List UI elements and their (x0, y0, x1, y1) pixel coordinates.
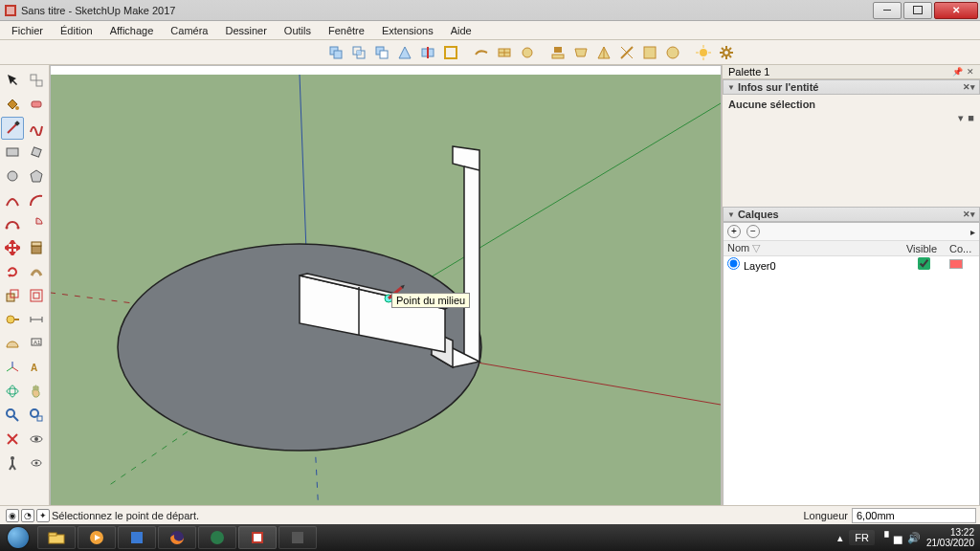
taskbar-mediaplayer[interactable] (78, 526, 116, 549)
toolbar-sandbox-drape-button[interactable] (570, 42, 591, 63)
orbit-tool[interactable] (1, 380, 24, 403)
toolbar-extra-2-button[interactable] (662, 42, 683, 63)
toolbar-solid-trim-button[interactable] (394, 42, 415, 63)
toolbar-settings-button[interactable] (716, 42, 737, 63)
tapemeasure-tool[interactable] (1, 308, 24, 331)
start-button[interactable] (0, 524, 36, 551)
taskbar-app-7[interactable] (278, 526, 317, 549)
status-credits-icon[interactable]: ✦ (36, 509, 50, 522)
sectionplane-tool[interactable] (26, 452, 49, 474)
entity-info-settings-icon[interactable]: ■ (968, 112, 974, 124)
toolbar-solid-split-button[interactable] (417, 42, 438, 63)
toolbar-sandbox-fromscratch-button[interactable] (494, 42, 515, 63)
menu-aide[interactable]: Aide (443, 23, 479, 38)
rotate-tool[interactable] (1, 260, 24, 283)
palette-close-icon[interactable]: ✕ (967, 67, 974, 77)
menu-fichier[interactable]: Fichier (4, 23, 51, 38)
toolbar-extra-1-button[interactable] (639, 42, 660, 63)
menu-edition[interactable]: Édition (53, 23, 100, 38)
zoomextents-tool[interactable] (26, 404, 49, 427)
freehand-tool[interactable] (26, 117, 49, 140)
toolbar-sandbox-stamp-button[interactable] (547, 42, 568, 63)
dimension-tool[interactable] (26, 308, 49, 331)
layers-col-name[interactable]: Nom ▽ (724, 241, 902, 256)
tray-network-icon[interactable]: ▅ (894, 532, 902, 544)
taskbar-app-3[interactable] (118, 526, 156, 549)
zoom-tool[interactable] (1, 404, 24, 427)
menu-camera[interactable]: Caméra (163, 23, 215, 38)
tray-clock[interactable]: 13:22 21/03/2020 (926, 527, 974, 548)
toolbar-sandbox-flipedge-button[interactable] (616, 42, 637, 63)
toolbar-sandbox-smoove-button[interactable] (517, 42, 538, 63)
toolbar-solid-union-button[interactable] (325, 42, 346, 63)
protractor-tool[interactable] (1, 332, 24, 355)
move-tool[interactable] (1, 236, 24, 259)
paint-bucket-tool[interactable] (1, 93, 24, 116)
close-button[interactable] (934, 2, 978, 19)
layers-menu-button[interactable]: ▸ (970, 227, 975, 237)
entity-info-header[interactable]: Infos sur l'entité ✕▾ (723, 79, 980, 95)
followme-tool[interactable] (26, 260, 49, 283)
status-geo-icon[interactable]: ◔ (21, 509, 34, 522)
add-layer-button[interactable]: + (727, 225, 741, 238)
layers-header[interactable]: Calques ✕▾ (723, 207, 980, 222)
menu-affichage[interactable]: Affichage (102, 23, 162, 38)
3dtext-tool[interactable]: A (26, 356, 49, 379)
rotated-rectangle-tool[interactable] (26, 141, 49, 164)
layer-visible-checkbox[interactable] (918, 257, 930, 270)
menu-dessiner[interactable]: Dessiner (217, 23, 274, 38)
pan-tool[interactable] (26, 380, 49, 403)
layer-row[interactable]: Layer0 (724, 256, 979, 274)
offset-tool[interactable] (26, 284, 49, 307)
2point-arc-tool[interactable] (26, 188, 49, 211)
rectangle-tool[interactable] (1, 141, 24, 164)
minimize-button[interactable] (873, 2, 902, 19)
eraser-tool[interactable] (26, 93, 49, 116)
polygon-tool[interactable] (26, 165, 49, 187)
menu-extensions[interactable]: Extensions (374, 23, 441, 38)
toolbar-solid-outershell-button[interactable] (440, 42, 461, 63)
tray-chevron-icon[interactable]: ▴ (837, 532, 843, 544)
axes-tool[interactable] (1, 356, 24, 379)
menu-outils[interactable]: Outils (277, 23, 319, 38)
menu-fenetre[interactable]: Fenêtre (321, 23, 372, 38)
select-tool[interactable] (1, 69, 24, 92)
layer-active-radio[interactable] (727, 257, 740, 270)
toolbar-solid-intersect-button[interactable] (348, 42, 369, 63)
scale-tool[interactable] (1, 284, 24, 307)
taskbar-app-5[interactable] (198, 526, 236, 549)
taskbar-explorer[interactable] (37, 526, 76, 549)
text-tool[interactable]: A1 (26, 332, 49, 355)
palette-tab[interactable]: Palette 1 📌 ✕ (723, 65, 980, 79)
circle-tool[interactable] (1, 165, 24, 187)
taskbar-sketchup[interactable] (238, 526, 277, 549)
arc-tool[interactable] (1, 188, 24, 211)
layers-close-icon[interactable]: ✕▾ (963, 209, 975, 219)
toolbar-solid-subtract-button[interactable] (371, 42, 392, 63)
layer-color-swatch[interactable] (949, 259, 963, 269)
toolbar-sandbox-fromcontours-button[interactable] (471, 42, 492, 63)
lookaround-tool[interactable] (26, 428, 49, 451)
taskbar-firefox[interactable] (158, 526, 196, 549)
3point-arc-tool[interactable] (1, 212, 24, 235)
pie-tool[interactable] (26, 212, 49, 235)
entity-info-close-icon[interactable]: ✕▾ (963, 82, 975, 92)
status-person-icon[interactable]: ◉ (6, 509, 19, 522)
palette-pin-icon[interactable]: 📌 (952, 67, 963, 77)
line-tool[interactable] (1, 117, 24, 140)
walk-tool[interactable] (1, 452, 24, 474)
measure-input[interactable] (852, 508, 976, 523)
pushpull-tool[interactable] (26, 236, 49, 259)
layers-col-visible[interactable]: Visible (902, 241, 946, 256)
tray-volume-icon[interactable]: 🔊 (907, 532, 921, 544)
toolbar-sandbox-adddetail-button[interactable] (593, 42, 614, 63)
tray-language[interactable]: FR (849, 530, 875, 545)
tray-flag-icon[interactable]: ▝ (880, 532, 888, 544)
remove-layer-button[interactable]: − (746, 225, 760, 238)
layers-col-color[interactable]: Co... (946, 241, 979, 256)
maximize-button[interactable] (903, 2, 932, 19)
positioncamera-tool[interactable] (1, 428, 24, 451)
toolbar-sun-button[interactable] (693, 42, 714, 63)
make-component-tool[interactable] (26, 69, 49, 92)
3d-viewport[interactable]: Point du milieu (50, 65, 722, 524)
